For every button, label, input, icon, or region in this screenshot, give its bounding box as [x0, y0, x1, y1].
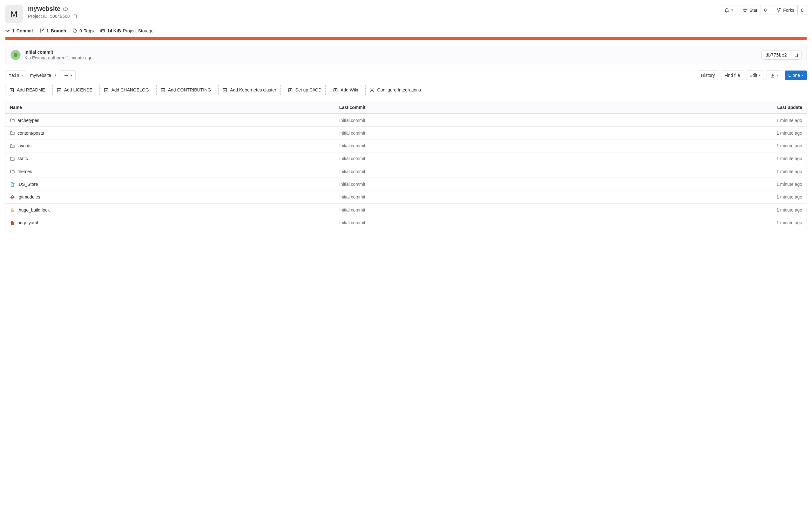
last-commit-panel: Initial commit Kia Eisinga authored 1 mi…: [5, 45, 807, 65]
suggestion-button[interactable]: Add README: [5, 85, 49, 95]
fork-button[interactable]: Forks: [773, 5, 798, 15]
storage-icon: [100, 28, 105, 33]
file-update-time: 1 minute ago: [776, 156, 802, 161]
branch-selector[interactable]: main ▾: [5, 70, 26, 80]
col-last-update: Last update: [573, 101, 807, 114]
file-update-time: 1 minute ago: [776, 220, 802, 225]
branches-stat[interactable]: 1 Branch: [39, 28, 66, 33]
commit-title[interactable]: Initial commit: [25, 50, 92, 55]
col-name: Name: [5, 101, 335, 114]
file-update-time: 1 minute ago: [776, 131, 802, 136]
suggestion-button[interactable]: Set up CI/CD: [284, 85, 326, 95]
commit-author[interactable]: Kia Eisinga: [25, 55, 47, 60]
branch-name: main: [8, 73, 19, 78]
project-id-label: Project ID: 50649668: [28, 13, 70, 19]
suggestion-label: Add Kubernetes cluster: [230, 87, 277, 92]
table-row: hugo.yamlInitial commit1 minute ago: [5, 216, 807, 229]
file-commit-message[interactable]: Initial commit: [339, 194, 365, 199]
commits-stat[interactable]: 1 Commit: [5, 28, 33, 33]
download-dropdown[interactable]: ▾: [766, 70, 782, 80]
plus-icon: [63, 73, 68, 78]
breadcrumb-root[interactable]: mywebsite: [30, 73, 51, 78]
gear-icon: [370, 87, 375, 93]
folder-icon: [10, 130, 15, 136]
table-row: staticInitial commit1 minute ago: [5, 152, 807, 165]
file-name[interactable]: hugo.yaml: [18, 220, 38, 225]
clone-dropdown[interactable]: Clone ▾: [785, 70, 807, 80]
commit-verb: authored: [47, 55, 67, 60]
chevron-down-icon: ▾: [759, 74, 760, 77]
commit-sha[interactable]: db775be2: [761, 50, 791, 60]
svg-point-4: [778, 11, 779, 12]
table-row: .gitmodulesInitial commit1 minute ago: [5, 191, 807, 203]
col-last-commit: Last commit: [335, 101, 573, 114]
file-commit-message[interactable]: Initial commit: [339, 118, 365, 123]
file-name[interactable]: .gitmodules: [18, 194, 40, 199]
history-button[interactable]: History: [698, 70, 719, 80]
storage-label: Project Storage: [123, 28, 154, 33]
chevron-down-icon: ▾: [777, 74, 779, 77]
file-name[interactable]: archetypes: [18, 118, 39, 123]
file-update-time: 1 minute ago: [776, 143, 802, 148]
suggestion-label: Add CHANGELOG: [111, 87, 149, 92]
suggestion-button[interactable]: Add Wiki: [329, 85, 362, 95]
chevron-down-icon: ▾: [731, 8, 733, 12]
svg-rect-13: [795, 54, 798, 57]
file-update-time: 1 minute ago: [776, 182, 802, 187]
chevron-down-icon: ▾: [70, 74, 72, 77]
plus-square-icon: [288, 87, 293, 93]
suggestion-button[interactable]: Add Kubernetes cluster: [218, 85, 281, 95]
plus-square-icon: [57, 87, 62, 93]
notification-dropdown[interactable]: ▾: [721, 5, 736, 15]
file-name[interactable]: .hugo_build.lock: [18, 207, 50, 212]
svg-point-21: [371, 90, 373, 91]
suggestion-label: Add Wiki: [341, 87, 358, 92]
star-icon: [743, 7, 748, 13]
file-name[interactable]: themes: [18, 169, 32, 174]
file-commit-message[interactable]: Initial commit: [339, 169, 365, 174]
file-commit-message[interactable]: Initial commit: [339, 156, 365, 161]
file-name[interactable]: .DS_Store: [18, 182, 38, 187]
plus-square-icon: [222, 87, 228, 93]
tags-label: Tags: [84, 28, 94, 33]
breadcrumb-separator: /: [55, 73, 56, 78]
file-commit-message[interactable]: Initial commit: [339, 143, 365, 148]
file-name[interactable]: static: [18, 156, 28, 161]
folder-icon: [10, 143, 15, 148]
suggestion-label: Configure Integrations: [377, 87, 421, 92]
suggestion-button[interactable]: Add CONTRIBUTING: [156, 85, 215, 95]
branches-count: 1: [47, 28, 49, 33]
project-title: mywebsite: [28, 5, 60, 12]
file-commit-message[interactable]: Initial commit: [339, 131, 365, 136]
storage-stat: 14 KiB Project Storage: [100, 28, 153, 33]
file-commit-message[interactable]: Initial commit: [339, 220, 365, 225]
files-table: Name Last commit Last update archetypesI…: [5, 101, 807, 229]
branch-icon: [39, 28, 45, 33]
plus-square-icon: [9, 87, 14, 93]
folder-icon: [10, 156, 15, 161]
star-count[interactable]: 0: [761, 5, 770, 15]
star-button[interactable]: Star: [739, 5, 761, 15]
tags-stat[interactable]: 0 Tags: [72, 28, 94, 33]
suggestion-button[interactable]: Configure Integrations: [365, 85, 425, 95]
copy-sha-button[interactable]: [791, 50, 802, 60]
copy-project-id-button[interactable]: [72, 13, 78, 19]
suggestion-button[interactable]: Add CHANGELOG: [99, 85, 153, 95]
svg-point-3: [780, 8, 781, 9]
commits-label: Commit: [17, 28, 33, 33]
file-commit-message[interactable]: Initial commit: [339, 207, 365, 212]
file-name[interactable]: content/posts: [18, 131, 44, 136]
suggestion-button[interactable]: Add LICENSE: [52, 85, 96, 95]
branches-label: Branch: [51, 28, 66, 33]
svg-point-8: [40, 32, 41, 33]
edit-label: Edit: [749, 73, 757, 78]
plus-square-icon: [104, 87, 109, 93]
find-file-button[interactable]: Find file: [721, 70, 744, 80]
commit-author-avatar[interactable]: [10, 50, 21, 60]
lock-icon: [10, 207, 15, 212]
add-to-tree-button[interactable]: ▾: [60, 70, 76, 80]
file-commit-message[interactable]: Initial commit: [339, 182, 365, 187]
edit-dropdown[interactable]: Edit ▾: [746, 70, 764, 80]
file-name[interactable]: layouts: [18, 143, 31, 148]
fork-count[interactable]: 0: [798, 5, 807, 15]
